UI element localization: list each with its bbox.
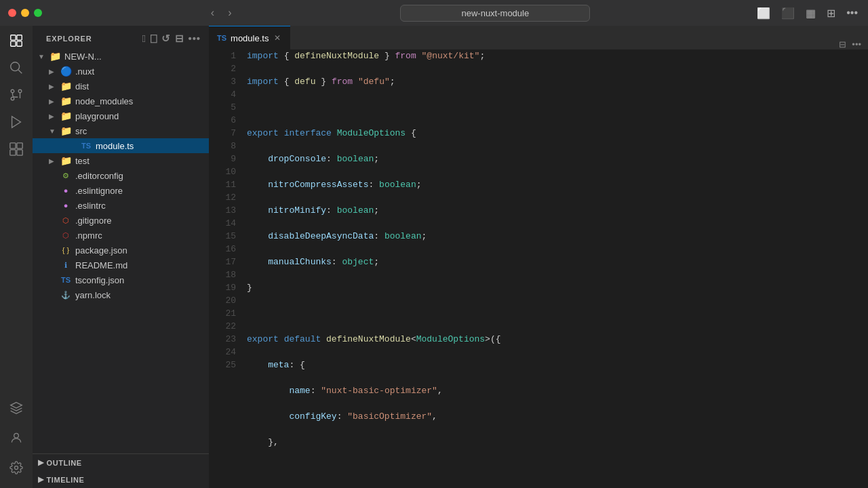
line-num-3: 3 bbox=[209, 75, 236, 88]
src-folder-icon: 📁 bbox=[60, 125, 72, 137]
activity-remote[interactable] bbox=[4, 396, 28, 420]
dist-folder-icon: 📁 bbox=[60, 80, 72, 92]
root-folder-icon: 📁 bbox=[49, 50, 61, 62]
collapse-icon[interactable]: ⊟ bbox=[175, 33, 184, 45]
activity-bar bbox=[0, 26, 33, 488]
module-ts-icon: TS bbox=[80, 140, 92, 152]
code-line-4: export interface ModuleOptions { bbox=[247, 127, 868, 140]
tree-npmrc[interactable]: ▶ ⬡ .npmrc bbox=[33, 228, 209, 243]
layout-icon-4[interactable]: ⊞ bbox=[825, 5, 837, 22]
activity-run-debug[interactable] bbox=[4, 110, 28, 134]
tab-close-button[interactable]: ✕ bbox=[273, 32, 282, 44]
line-num-14: 14 bbox=[209, 217, 236, 230]
timeline-panel-header[interactable]: ▶ TIMELINE bbox=[33, 471, 209, 488]
minimize-button[interactable] bbox=[21, 9, 29, 17]
arrow-icon: ▼ bbox=[38, 53, 49, 60]
forward-button[interactable]: › bbox=[224, 5, 235, 20]
svg-point-15 bbox=[15, 466, 18, 470]
line-num-13: 13 bbox=[209, 204, 236, 217]
tree-src[interactable]: ▼ 📁 src bbox=[33, 123, 209, 138]
svg-line-5 bbox=[18, 70, 22, 73]
more-icon[interactable]: ••• bbox=[189, 33, 201, 45]
code-line-16: }, bbox=[247, 436, 868, 449]
more-actions-icon[interactable]: ••• bbox=[844, 5, 860, 21]
tree-dist[interactable]: ▶ 📁 dist bbox=[33, 79, 209, 94]
tree-node-modules[interactable]: ▶ 📁 node_modules bbox=[33, 94, 209, 108]
layout-icon-1[interactable]: ⬜ bbox=[755, 5, 772, 22]
activity-extensions[interactable] bbox=[4, 137, 28, 161]
tree-readme[interactable]: ▶ ℹ README.md bbox=[33, 258, 209, 272]
activity-account[interactable] bbox=[4, 426, 28, 450]
readme-label: README.md bbox=[75, 260, 127, 270]
tree-nuxt[interactable]: ▶ 🔵 .nuxt bbox=[33, 64, 209, 79]
tree-test[interactable]: ▶ 📁 test bbox=[33, 153, 209, 168]
node-modules-folder-icon: 📁 bbox=[60, 95, 72, 107]
explorer-header-icons:  ⎕ ↺ ⊟ ••• bbox=[142, 33, 201, 45]
readme-icon: ℹ bbox=[60, 259, 72, 271]
svg-point-14 bbox=[14, 433, 19, 438]
tree-eslintrc[interactable]: ▶ ● .eslintrc bbox=[33, 198, 209, 213]
layout-icon-3[interactable]: ▦ bbox=[804, 5, 818, 22]
tab-ts-icon: TS bbox=[217, 34, 226, 42]
arrow-icon: ▶ bbox=[49, 113, 60, 120]
line-num-9: 9 bbox=[209, 152, 236, 165]
root-label: NEW-N... bbox=[64, 52, 102, 62]
maximize-button[interactable] bbox=[34, 9, 42, 17]
close-button[interactable] bbox=[8, 9, 16, 17]
line-num-17: 17 bbox=[209, 256, 236, 268]
tsconfig-icon: TS bbox=[60, 274, 72, 286]
tree-module-ts[interactable]: ▶ TS module.ts bbox=[33, 138, 209, 153]
tree-package-json[interactable]: ▶ { } package.json bbox=[33, 243, 209, 258]
line-num-1: 1 bbox=[209, 49, 236, 62]
activity-explorer[interactable] bbox=[4, 28, 28, 53]
test-label: test bbox=[75, 156, 90, 166]
tree-gitignore[interactable]: ▶ ⬡ .gitignore bbox=[33, 213, 209, 228]
editorconfig-icon: ⚙ bbox=[60, 169, 72, 182]
line-num-15: 15 bbox=[209, 230, 236, 243]
code-editor[interactable]: import { defineNuxtModule } from "@nuxt/… bbox=[241, 49, 868, 488]
activity-search[interactable] bbox=[4, 56, 28, 80]
new-file-icon[interactable]:  bbox=[142, 33, 146, 45]
line-num-22: 22 bbox=[209, 320, 236, 333]
code-line-12: export default defineNuxtModule<ModuleOp… bbox=[247, 333, 868, 346]
tree-root[interactable]: ▼ 📁 NEW-N... bbox=[33, 49, 209, 64]
svg-point-7 bbox=[18, 89, 22, 93]
back-button[interactable]: ‹ bbox=[207, 5, 218, 20]
search-input[interactable] bbox=[400, 5, 590, 22]
code-line-15: configKey: "basicOptimizer", bbox=[247, 410, 868, 423]
refresh-icon[interactable]: ↺ bbox=[161, 33, 171, 45]
tree-yarn-lock[interactable]: ▶ ⚓ yarn.lock bbox=[33, 287, 209, 302]
editor-area: TS module.ts ✕ ⊟ ••• 1 2 3 4 5 6 7 8 9 bbox=[209, 26, 868, 488]
code-line-17 bbox=[247, 462, 868, 474]
svg-rect-1 bbox=[17, 35, 22, 40]
new-folder-icon[interactable]: ⎕ bbox=[151, 33, 157, 45]
tab-label: module.ts bbox=[231, 33, 269, 43]
svg-rect-12 bbox=[10, 150, 16, 155]
gitignore-icon: ⬡ bbox=[60, 214, 72, 226]
module-ts-label: module.ts bbox=[96, 141, 134, 151]
split-editor-icon[interactable]: ⊟ bbox=[839, 39, 846, 49]
gitignore-label: .gitignore bbox=[75, 216, 111, 226]
layout-icon-2[interactable]: ⬛ bbox=[779, 5, 797, 22]
playground-label: playground bbox=[75, 111, 119, 121]
more-tab-actions-icon[interactable]: ••• bbox=[852, 39, 861, 49]
line-num-4: 4 bbox=[209, 88, 236, 101]
explorer-header: EXPLORER  ⎕ ↺ ⊟ ••• bbox=[33, 26, 209, 49]
svg-rect-0 bbox=[11, 35, 16, 40]
activity-settings[interactable] bbox=[4, 455, 28, 480]
outline-panel-header[interactable]: ▶ OUTLINE bbox=[33, 454, 209, 471]
svg-rect-11 bbox=[17, 143, 22, 148]
tree-eslintignore[interactable]: ▶ ● .eslintignore bbox=[33, 183, 209, 198]
outline-label: OUTLINE bbox=[47, 459, 82, 467]
line-num-5: 5 bbox=[209, 101, 236, 114]
outline-arrow: ▶ bbox=[38, 458, 44, 467]
tab-module-ts[interactable]: TS module.ts ✕ bbox=[209, 26, 290, 49]
tree-tsconfig[interactable]: ▶ TS tsconfig.json bbox=[33, 272, 209, 287]
tree-playground[interactable]: ▶ 📁 playground bbox=[33, 108, 209, 123]
tree-editorconfig[interactable]: ▶ ⚙ .editorconfig bbox=[33, 168, 209, 183]
arrow-icon: ▶ bbox=[49, 83, 60, 90]
package-json-label: package.json bbox=[75, 245, 127, 256]
activity-source-control[interactable] bbox=[4, 83, 28, 107]
code-line-5: dropConsole: boolean; bbox=[247, 152, 868, 165]
line-num-8: 8 bbox=[209, 140, 236, 152]
